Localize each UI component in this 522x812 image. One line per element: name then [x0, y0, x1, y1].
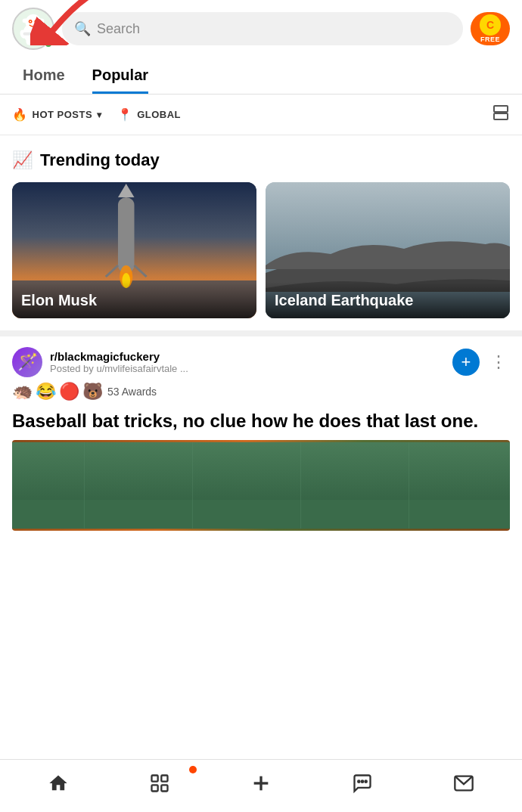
mail-icon — [453, 773, 474, 799]
join-button[interactable]: + — [452, 349, 480, 376]
nav-inbox[interactable] — [413, 760, 514, 812]
search-bar[interactable]: 🔍 Search — [62, 12, 463, 45]
award-icon-2: 😂 — [36, 382, 56, 401]
tab-popular[interactable]: Popular — [92, 57, 148, 94]
location-filter[interactable]: 📍 GLOBAL — [117, 107, 181, 122]
more-options-button[interactable]: ⋮ — [487, 349, 510, 375]
home-icon — [48, 773, 69, 799]
subreddit-avatar: 🪄 — [12, 347, 42, 377]
trending-icon: 📈 — [12, 150, 33, 170]
svg-point-11 — [35, 38, 41, 45]
award-icon-4: 🐻 — [82, 382, 103, 401]
svg-point-6 — [30, 20, 31, 22]
svg-point-2 — [23, 19, 29, 23]
svg-rect-35 — [161, 785, 167, 791]
trending-header: 📈 Trending today — [12, 150, 510, 170]
post-author: Posted by u/mvlifeisafairvtale ... — [50, 363, 445, 374]
trending-section: 📈 Trending today — [0, 135, 522, 330]
trending-title: Trending today — [40, 150, 160, 170]
svg-rect-34 — [152, 785, 158, 791]
awards-row: 🦔 😂 🔴 🐻 53 Awards — [12, 382, 510, 401]
trending-card-iceland-earthquake[interactable]: Iceland Earthquake — [266, 182, 510, 318]
nav-chat[interactable] — [312, 760, 413, 812]
nav-home[interactable] — [8, 760, 109, 812]
layout-toggle[interactable] — [492, 104, 510, 126]
svg-point-40 — [365, 781, 367, 783]
svg-rect-18 — [118, 197, 135, 273]
svg-point-1 — [25, 14, 41, 30]
coins-badge[interactable]: C FREE — [471, 12, 510, 45]
location-label: GLOBAL — [137, 109, 181, 120]
notification-dot — [189, 766, 197, 773]
svg-rect-32 — [152, 776, 158, 782]
svg-rect-14 — [494, 106, 508, 112]
post-card: 🪄 r/blackmagicfuckery Posted by u/mvlife… — [0, 330, 522, 531]
card-label: Iceland Earthquake — [275, 292, 413, 308]
card-overlay: Elon Musk — [12, 282, 256, 318]
svg-point-10 — [26, 38, 32, 45]
post-meta: 🪄 r/blackmagicfuckery Posted by u/mvlife… — [12, 347, 510, 377]
chat-icon — [352, 773, 373, 799]
sort-label: HOT POSTS — [33, 109, 93, 120]
avatar-container[interactable] — [12, 8, 54, 50]
plus-icon — [249, 771, 273, 801]
sort-filter[interactable]: 🔥 HOT POSTS ▾ — [12, 107, 102, 122]
svg-point-3 — [39, 19, 45, 23]
nav-communities[interactable] — [109, 760, 210, 812]
trending-cards: Elon Musk — [12, 182, 510, 318]
svg-rect-15 — [494, 113, 508, 119]
coin-icon: C — [480, 14, 501, 36]
hot-icon: 🔥 — [12, 107, 28, 122]
tab-home[interactable]: Home — [23, 57, 65, 94]
search-placeholder: Search — [97, 21, 140, 37]
online-indicator — [44, 39, 53, 48]
nav-create[interactable] — [210, 760, 312, 812]
award-icon-1: 🦔 — [12, 382, 33, 401]
svg-point-39 — [362, 781, 363, 783]
card-overlay: Iceland Earthquake — [266, 282, 510, 318]
tabs-bar: Home Popular — [0, 57, 522, 95]
header: 🔍 Search C FREE — [0, 0, 522, 57]
location-icon: 📍 — [117, 107, 133, 122]
chevron-down-icon: ▾ — [97, 110, 102, 120]
post-title: Baseball bat tricks, no clue how he does… — [12, 409, 510, 432]
search-icon: 🔍 — [74, 20, 91, 37]
svg-point-7 — [36, 20, 37, 22]
card-label: Elon Musk — [21, 292, 97, 308]
post-info: r/blackmagicfuckery Posted by u/mvlifeis… — [50, 350, 445, 374]
filter-bar: 🔥 HOT POSTS ▾ 📍 GLOBAL — [0, 95, 522, 135]
svg-rect-33 — [161, 776, 167, 782]
svg-point-38 — [358, 781, 359, 783]
award-icon-3: 🔴 — [59, 382, 79, 401]
bottom-nav — [0, 759, 522, 812]
awards-count: 53 Awards — [107, 386, 157, 398]
subreddit-name[interactable]: r/blackmagicfuckery — [50, 350, 445, 363]
free-label: FREE — [480, 36, 500, 43]
trending-card-elon-musk[interactable]: Elon Musk — [12, 182, 256, 318]
post-image-preview[interactable] — [12, 440, 510, 531]
svg-rect-27 — [12, 500, 510, 528]
grid-icon — [149, 773, 170, 799]
svg-rect-12 — [23, 33, 44, 36]
